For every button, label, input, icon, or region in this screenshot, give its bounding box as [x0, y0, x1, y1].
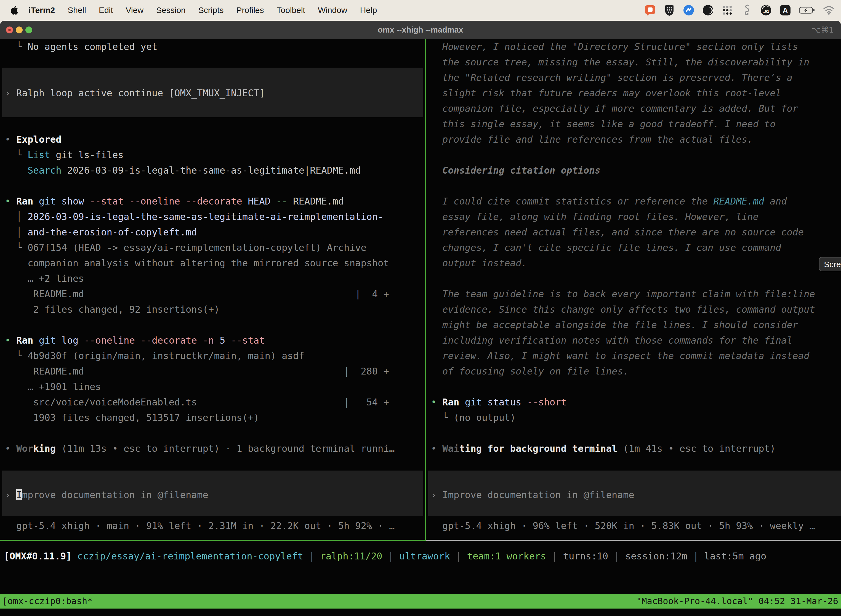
hook-icon[interactable]	[741, 4, 753, 16]
svg-text:..61: ..61	[763, 9, 769, 13]
terminal-line: • Waiting for background terminal (1m 41…	[429, 441, 841, 456]
omx-status-bar: [OMX#0.11.9] cczip/essay/ai-reimplementa…	[2, 549, 766, 564]
letter-a-icon[interactable]: A	[779, 4, 791, 16]
terminal-line: output instead.	[429, 255, 841, 271]
tmux-session-label: [omx-cczip0:bash*	[2, 594, 93, 609]
terminal-line: └ No agents completed yet	[3, 39, 424, 54]
terminal-line: Search 2026-03-09-is-legal-the-same-as-l…	[3, 163, 424, 178]
terminal-line	[3, 317, 424, 333]
apple-logo-icon[interactable]	[10, 6, 18, 15]
terminal-line: • Ran git log --oneline --decorate -n 5 …	[3, 333, 424, 348]
pane-border-bottom-right	[426, 540, 841, 541]
right-pane: However, I noticed the "Directory Struct…	[429, 39, 841, 534]
terminal-line: … +1901 lines	[3, 379, 424, 395]
terminal-line: › Improve documentation in @filename	[3, 487, 424, 503]
menu-item-toolbelt[interactable]: Toolbelt	[270, 6, 312, 15]
terminal-line: evidence. Since this change only affects…	[429, 302, 841, 317]
terminal-line	[3, 54, 424, 70]
terminal-line: gpt-5.4 xhigh · main · 91% left · 2.31M …	[3, 518, 424, 534]
terminal-line: • Explored	[3, 132, 424, 147]
terminal-line: README.md | 4 +	[3, 286, 424, 302]
terminal-line	[429, 379, 841, 395]
terminal-line: essay file, along with finding root file…	[429, 209, 841, 224]
terminal-line: including verification notes with those …	[429, 333, 841, 348]
terminal-line: README.md | 280 +	[3, 364, 424, 379]
terminal-line	[3, 178, 424, 194]
menu-item-shell[interactable]: Shell	[61, 6, 92, 15]
menu-item-session[interactable]: Session	[150, 6, 192, 15]
terminal-line: provide file and line references from th…	[429, 132, 841, 147]
terminal-line: • Ran git status --short	[429, 395, 841, 410]
terminal-line: └ 4b9d30f (origin/main, instructkr/main,…	[3, 348, 424, 364]
pane-divider-vertical[interactable]	[425, 39, 426, 540]
badge-61-icon[interactable]: ..61	[760, 4, 772, 16]
menu-item-view[interactable]: View	[119, 6, 150, 15]
terminal-line: • Ran git show --stat --oneline --decora…	[3, 194, 424, 209]
terminal-line	[3, 101, 424, 116]
terminal-line: └ (no output)	[429, 410, 841, 425]
menu-bar: iTerm2ShellEditViewSessionScriptsProfile…	[0, 0, 841, 20]
shield-keypad-icon[interactable]	[663, 4, 675, 16]
terminal-line: this single essay, it seems like a good …	[429, 116, 841, 132]
bolt-circle-icon[interactable]	[683, 4, 695, 16]
menu-item-help[interactable]: Help	[354, 6, 384, 15]
left-pane: └ No agents completed yet› Ralph loop ac…	[3, 39, 424, 534]
terminal-line	[429, 503, 841, 518]
terminal-line: changes, I can't cite specific file line…	[429, 240, 841, 255]
terminal-line: │ 2026-03-09-is-legal-the-same-as-legiti…	[3, 209, 424, 224]
menu-item-scripts[interactable]: Scripts	[192, 6, 230, 15]
terminal-line: gpt-5.4 xhigh · 96% left · 520K in · 5.8…	[429, 518, 841, 534]
tmux-host-time: "MacBook-Pro-44.local" 04:52 31-Mar-26	[636, 594, 838, 609]
terminal-line	[429, 472, 841, 487]
dots-grid-icon[interactable]	[721, 4, 733, 16]
window-titlebar: omx --xhigh --madmax ⌥⌘1	[0, 21, 841, 39]
menu-item-window[interactable]: Window	[312, 6, 354, 15]
terminal-line	[429, 178, 841, 194]
terminal-line	[429, 147, 841, 163]
menu-item-iterm2[interactable]: iTerm2	[22, 6, 61, 15]
terminal-line	[429, 456, 841, 472]
terminal-line: However, I noticed the "Directory Struct…	[429, 39, 841, 54]
chat-icon[interactable]	[644, 4, 656, 16]
terminal-line: Considering citation options	[429, 163, 841, 178]
terminal-line: 2 files changed, 92 insertions(+)	[3, 302, 424, 317]
battery-icon[interactable]	[799, 4, 816, 16]
terminal-line: slight risk that future readers may over…	[429, 85, 841, 101]
window-title: omx --xhigh --madmax	[0, 21, 841, 39]
terminal-line: › Ralph loop active continue [OMX_TMUX_I…	[3, 85, 424, 101]
terminal-line: I could cite commit statistics or refere…	[429, 194, 841, 209]
window-shortcut: ⌥⌘1	[812, 21, 834, 39]
terminal-line: … +2 lines	[3, 271, 424, 286]
terminal-line	[3, 503, 424, 518]
terminal-line: the "Related research writing" section i…	[429, 70, 841, 85]
terminal-line: of focusing solely on file lines.	[429, 364, 841, 379]
crescent-circle-icon[interactable]	[702, 4, 714, 16]
terminal-line	[3, 456, 424, 472]
iterm-window: omx --xhigh --madmax ⌥⌘1 └ No agents com…	[0, 21, 841, 616]
terminal-line: 1903 files changed, 513517 insertions(+)	[3, 410, 424, 425]
terminal-line	[3, 425, 424, 441]
status-icons: ..61 A	[644, 4, 835, 16]
terminal-line: companion file, especially if more comme…	[429, 101, 841, 116]
terminal-line: review. Also, I might want to inspect th…	[429, 348, 841, 364]
terminal-line: │ and-the-erosion-of-copyleft.md	[3, 224, 424, 240]
terminal-line: └ List git ls-files	[3, 147, 424, 163]
terminal-line: might be acceptable alongside the file l…	[429, 317, 841, 333]
terminal-line: references need actual files, and since …	[429, 224, 841, 240]
terminal-line	[429, 425, 841, 441]
tmux-status-bar: [omx-cczip0:bash* "MacBook-Pro-44.local"…	[0, 594, 841, 609]
menu-item-profiles[interactable]: Profiles	[230, 6, 270, 15]
terminal-line: └ 067f154 (HEAD -> essay/ai-reimplementa…	[3, 240, 424, 255]
svg-text:A: A	[783, 6, 788, 14]
terminal-line	[3, 70, 424, 85]
menu-item-edit[interactable]: Edit	[92, 6, 119, 15]
terminal-line: src/voice/voiceModeEnabled.ts | 54 +	[3, 395, 424, 410]
terminal-line: companion analysis without altering the …	[3, 255, 424, 271]
terminal-line: • Working (11m 13s • esc to interrupt) ·…	[3, 441, 424, 456]
terminal-line	[429, 271, 841, 286]
wifi-icon[interactable]	[823, 4, 835, 16]
terminal-line: the source tree, missing the essay. Stil…	[429, 54, 841, 70]
screen-overlay[interactable]: Scre	[819, 257, 841, 271]
terminal-line	[3, 116, 424, 132]
terminal-line: The team guideline is to back every impo…	[429, 286, 841, 302]
